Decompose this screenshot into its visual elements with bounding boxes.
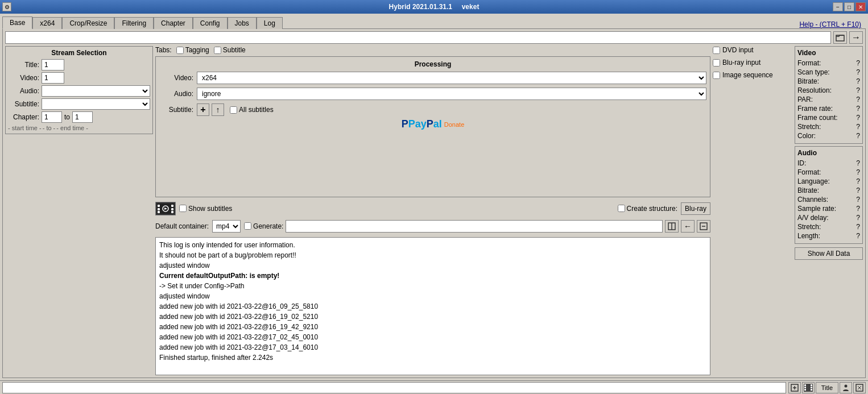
- proc-video-select[interactable]: x264 x265 copy ignore: [197, 72, 706, 84]
- right-options: DVD input Blu-ray input Image sequence: [713, 46, 792, 375]
- status-icons: Title: [788, 382, 866, 393]
- tagging-checkbox[interactable]: [176, 47, 184, 54]
- paypal-donate: Donate: [444, 121, 464, 128]
- tab-log[interactable]: Log: [257, 17, 283, 29]
- add-subtitle-button[interactable]: +: [197, 103, 209, 116]
- bluray-input-label[interactable]: Blu-ray input: [713, 59, 792, 67]
- chapter-row: Chapter: to: [8, 111, 150, 123]
- status-input[interactable]: [2, 382, 786, 393]
- audio-format-row: Format: ?: [797, 168, 860, 176]
- top-bar: →: [5, 31, 863, 44]
- middle-panel: Tabs: Tagging Subtitle Processing Video:: [155, 46, 710, 375]
- status-add-button[interactable]: [788, 382, 801, 393]
- subtitle-label: Subtitle: [223, 46, 246, 54]
- generate-icon-btn2[interactable]: ←: [681, 220, 695, 233]
- chapter-to-input[interactable]: [72, 111, 93, 123]
- subtitle-checkbox[interactable]: [214, 47, 221, 54]
- generate-icon-btn3[interactable]: [697, 220, 710, 233]
- audio-info-title: Audio: [797, 149, 860, 157]
- video-par-row: PAR: ?: [797, 96, 860, 103]
- container-select[interactable]: mp4 mkv avi: [212, 220, 241, 233]
- title-bar-controls: − □ ✕: [833, 2, 866, 11]
- tab-chapter[interactable]: Chapter: [154, 17, 193, 29]
- left-panel: Stream Selection Title: Video: Audio:: [5, 46, 153, 375]
- main-body: Stream Selection Title: Video: Audio:: [5, 46, 863, 375]
- image-sequence-label[interactable]: Image sequence: [713, 71, 792, 79]
- person-icon-button[interactable]: [840, 382, 852, 393]
- tab-config[interactable]: Config: [193, 17, 228, 29]
- all-subtitles-label[interactable]: All subtitles: [230, 106, 274, 114]
- preview-button[interactable]: [155, 202, 176, 215]
- audio-bitrate-label: Bitrate:: [797, 186, 819, 194]
- audio-select[interactable]: [42, 85, 150, 97]
- svg-rect-2: [158, 205, 160, 207]
- show-subtitles-checkbox[interactable]: [179, 205, 187, 212]
- maximize-button[interactable]: □: [844, 2, 854, 11]
- audio-length-value: ?: [856, 232, 860, 240]
- app-icon[interactable]: ⚙: [2, 2, 11, 11]
- log-line-10: added new job with id 2021-03-22@17_03_1…: [159, 342, 706, 352]
- chapter-info: - start time - - to - - end time -: [8, 125, 150, 131]
- close-button[interactable]: ✕: [855, 2, 866, 11]
- all-subtitles-checkbox[interactable]: [230, 106, 237, 114]
- video-input[interactable]: [42, 72, 64, 84]
- audio-bitrate-row: Bitrate: ?: [797, 186, 860, 194]
- default-container-row: Default container: mp4 mkv avi Generate:: [155, 220, 710, 233]
- tab-bar: Base x264 Crop/Resize Filtering Chapter …: [0, 14, 868, 28]
- show-subtitles-label[interactable]: Show subtitles: [179, 205, 232, 213]
- tab-filtering[interactable]: Filtering: [114, 17, 154, 29]
- processing-title: Processing: [159, 60, 706, 68]
- title-status-text: Title: [821, 384, 833, 391]
- bluray-input-checkbox[interactable]: [713, 59, 720, 67]
- bluray-button[interactable]: Blu-ray: [681, 202, 710, 215]
- arrow-right-button[interactable]: →: [849, 31, 863, 44]
- svg-rect-22: [811, 387, 812, 388]
- tabs-label: Tabs:: [155, 46, 172, 54]
- video-framecount-row: Frame count: ?: [797, 114, 860, 122]
- generate-label[interactable]: Generate:: [244, 222, 283, 230]
- create-structure-label[interactable]: Create structure:: [618, 205, 677, 213]
- video-framecount-label: Frame count:: [797, 114, 838, 122]
- content-area: → Stream Selection Title: Video:: [2, 28, 866, 378]
- video-resolution-row: Resolution: ?: [797, 86, 860, 94]
- audio-channels-value: ?: [856, 196, 860, 204]
- show-all-data-button[interactable]: Show All Data: [795, 247, 863, 260]
- dvd-input-checkbox[interactable]: [713, 47, 720, 54]
- audio-format-label: Format:: [797, 168, 821, 176]
- tab-jobs[interactable]: Jobs: [228, 17, 257, 29]
- tab-base[interactable]: Base: [2, 16, 32, 29]
- log-line-2: adjusted window: [159, 260, 706, 271]
- bottom-row: Show subtitles Create structure: Blu-ray: [155, 202, 710, 215]
- tagging-checkbox-label[interactable]: Tagging: [176, 46, 209, 54]
- path-input[interactable]: [5, 31, 831, 44]
- subtitle-select[interactable]: [42, 98, 150, 110]
- title-status-button[interactable]: Title: [816, 382, 838, 393]
- help-button[interactable]: Help - (CTRL + F10): [799, 20, 866, 28]
- dvd-input-label[interactable]: DVD input: [713, 46, 792, 54]
- settings-icon-button[interactable]: [853, 382, 866, 393]
- video-color-label: Color:: [797, 132, 816, 140]
- audio-avdelay-row: A/V delay: ?: [797, 214, 860, 222]
- proc-audio-select[interactable]: ignore copy aac mp3: [197, 88, 706, 100]
- create-structure-checkbox[interactable]: [618, 205, 625, 212]
- subtitle-row: Subtitle:: [8, 98, 150, 110]
- open-file-button[interactable]: [833, 31, 847, 44]
- subtitle-checkbox-label[interactable]: Subtitle: [214, 46, 246, 54]
- tab-crop-resize[interactable]: Crop/Resize: [62, 17, 114, 29]
- video-scantype-label: Scan type:: [797, 68, 830, 76]
- generate-icon-btn1[interactable]: [665, 220, 679, 233]
- generate-input[interactable]: [286, 220, 663, 233]
- upload-subtitle-button[interactable]: ↑: [212, 103, 224, 116]
- generate-checkbox[interactable]: [244, 222, 251, 230]
- image-sequence-checkbox[interactable]: [713, 72, 720, 79]
- audio-language-value: ?: [856, 177, 860, 185]
- minimize-button[interactable]: −: [833, 2, 843, 11]
- proc-subtitle-label: Subtitle:: [159, 106, 193, 114]
- video-stretch-value: ?: [856, 123, 860, 131]
- tab-x264[interactable]: x264: [32, 17, 62, 29]
- audio-id-value: ?: [856, 159, 860, 167]
- chapter-from-input[interactable]: [42, 111, 62, 123]
- video-label: Video:: [8, 74, 39, 82]
- title-input[interactable]: [42, 59, 64, 70]
- status-film-button[interactable]: [802, 382, 815, 393]
